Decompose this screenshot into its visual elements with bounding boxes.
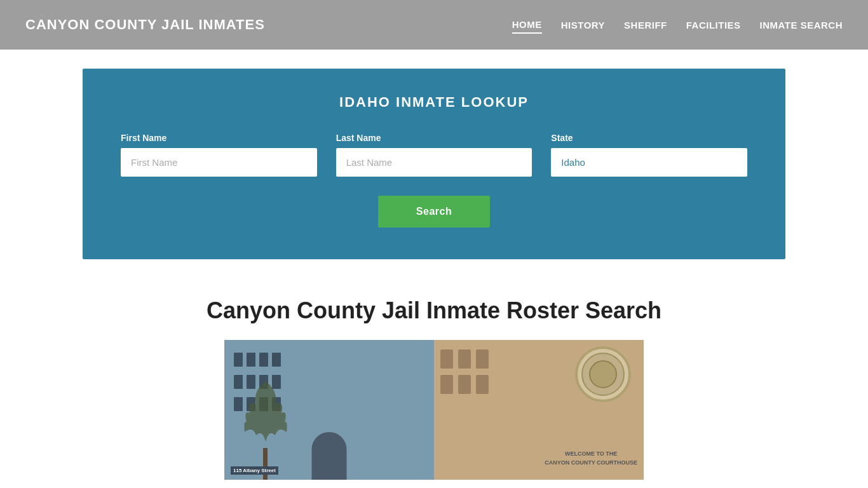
street-sign: 115 Albany Street [231, 466, 278, 475]
site-title: Canyon County Jail Inmates [25, 17, 265, 33]
main-nav: HOME HISTORY SHERIFF FACILITIES INMATE S… [512, 17, 843, 34]
welcome-text: Welcome to the Canyon County Courthouse [545, 450, 637, 467]
first-name-group: First Name [121, 133, 317, 177]
nav-sheriff[interactable]: SHERIFF [624, 17, 667, 33]
state-label: State [551, 133, 747, 143]
last-name-group: Last Name [336, 133, 532, 177]
search-btn-row: Search [121, 196, 747, 227]
last-name-input[interactable] [336, 148, 532, 177]
site-header: Canyon County Jail Inmates HOME HISTORY … [0, 0, 868, 50]
courthouse-right: Welcome to the Canyon County Courthouse [434, 340, 644, 480]
search-button[interactable]: Search [378, 196, 490, 227]
main-content: Canyon County Jail Inmate Roster Search [0, 278, 868, 480]
nav-inmate-search[interactable]: INMATE SEARCH [760, 17, 843, 33]
state-group: State [551, 133, 747, 177]
courthouse-left: 115 Albany Street [224, 340, 434, 480]
nav-history[interactable]: HISTORY [561, 17, 605, 33]
first-name-input[interactable] [121, 148, 317, 177]
nav-home[interactable]: HOME [512, 17, 542, 34]
first-name-label: First Name [121, 133, 317, 143]
roster-title: Canyon County Jail Inmate Roster Search [25, 297, 843, 324]
courthouse-image: 115 Albany Street Welco [224, 340, 644, 480]
form-row: First Name Last Name State [121, 133, 747, 177]
county-seal [575, 346, 631, 402]
lookup-title: IDAHO INMATE LOOKUP [121, 94, 747, 111]
last-name-label: Last Name [336, 133, 532, 143]
nav-facilities[interactable]: FACILITIES [686, 17, 741, 33]
state-input[interactable] [551, 148, 747, 177]
inmate-lookup-panel: IDAHO INMATE LOOKUP First Name Last Name… [83, 69, 785, 259]
